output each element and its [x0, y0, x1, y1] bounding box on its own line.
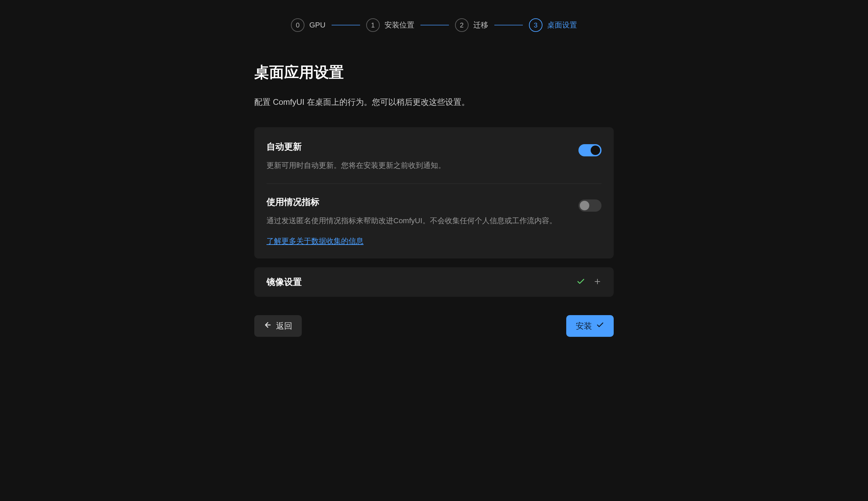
toggle-knob — [580, 201, 589, 210]
step-migration[interactable]: 2 迁移 — [455, 18, 488, 32]
setting-text: 使用情况指标 通过发送匿名使用情况指标来帮助改进ComfyUI。不会收集任何个人… — [267, 196, 568, 246]
step-label: 安装位置 — [384, 20, 414, 30]
setting-text: 自动更新 更新可用时自动更新。您将在安装更新之前收到通知。 — [267, 141, 568, 171]
page-title: 桌面应用设置 — [254, 62, 614, 83]
install-button-label: 安装 — [576, 321, 592, 331]
install-button[interactable]: 安装 — [566, 315, 614, 337]
stepper: 0 GPU 1 安装位置 2 迁移 3 桌面设置 — [291, 18, 577, 32]
arrow-left-icon — [264, 321, 272, 331]
setting-auto-update: 自动更新 更新可用时自动更新。您将在安装更新之前收到通知。 — [267, 141, 601, 171]
plus-icon[interactable] — [593, 277, 601, 287]
setting-description: 通过发送匿名使用情况指标来帮助改进ComfyUI。不会收集任何个人信息或工作流内… — [267, 215, 568, 227]
divider — [267, 183, 601, 184]
setting-title: 使用情况指标 — [267, 196, 568, 208]
step-label: 迁移 — [473, 20, 488, 30]
settings-card: 自动更新 更新可用时自动更新。您将在安装更新之前收到通知。 使用情况指标 通过发… — [254, 127, 614, 258]
step-install-location[interactable]: 1 安装位置 — [366, 18, 414, 32]
footer-buttons: 返回 安装 — [254, 315, 614, 337]
step-gpu[interactable]: 0 GPU — [291, 18, 325, 32]
check-icon — [596, 321, 604, 331]
step-number: 1 — [366, 18, 380, 32]
back-button-label: 返回 — [276, 321, 292, 331]
usage-metrics-toggle[interactable] — [578, 200, 601, 212]
step-label: GPU — [309, 21, 325, 30]
check-icon — [576, 277, 585, 287]
page-description: 配置 ComfyUI 在桌面上的行为。您可以稍后更改这些设置。 — [254, 96, 614, 108]
auto-update-toggle[interactable] — [578, 144, 601, 156]
accordion-title: 镜像设置 — [267, 276, 302, 288]
setup-wizard: 0 GPU 1 安装位置 2 迁移 3 桌面设置 桌面应用设置 配置 Comfy… — [0, 0, 868, 337]
step-desktop-settings[interactable]: 3 桌面设置 — [529, 18, 577, 32]
step-connector — [332, 25, 360, 25]
setting-title: 自动更新 — [267, 141, 568, 153]
mirror-settings-accordion[interactable]: 镜像设置 — [254, 267, 614, 297]
step-label: 桌面设置 — [547, 20, 577, 30]
main-panel: 桌面应用设置 配置 ComfyUI 在桌面上的行为。您可以稍后更改这些设置。 自… — [254, 62, 614, 337]
step-number: 3 — [529, 18, 543, 32]
back-button[interactable]: 返回 — [254, 315, 302, 337]
step-number: 0 — [291, 18, 304, 32]
step-connector — [494, 25, 523, 25]
setting-usage-metrics: 使用情况指标 通过发送匿名使用情况指标来帮助改进ComfyUI。不会收集任何个人… — [267, 196, 601, 246]
toggle-knob — [591, 146, 600, 155]
learn-more-link[interactable]: 了解更多关于数据收集的信息 — [267, 236, 364, 246]
accordion-icons — [576, 277, 601, 287]
step-number: 2 — [455, 18, 469, 32]
step-connector — [421, 25, 449, 25]
setting-description: 更新可用时自动更新。您将在安装更新之前收到通知。 — [267, 159, 568, 171]
